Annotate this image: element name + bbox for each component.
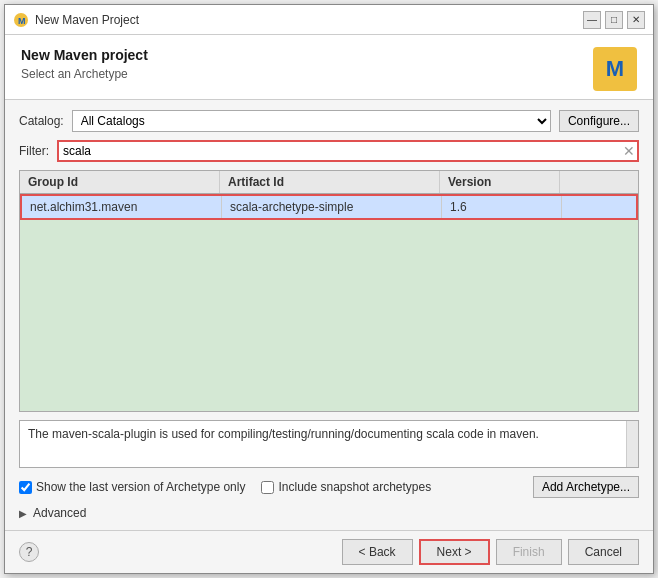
advanced-arrow-icon: ▶ (19, 508, 27, 519)
clear-filter-icon[interactable]: ✕ (623, 144, 635, 158)
last-version-option[interactable]: Show the last version of Archetype only (19, 480, 245, 494)
table-body: net.alchim31.maven scala-archetype-simpl… (20, 194, 638, 411)
snapshot-checkbox[interactable] (261, 481, 274, 494)
cell-version: 1.6 (442, 196, 562, 218)
dialog-title: New Maven project (21, 47, 148, 63)
minimize-button[interactable]: — (583, 11, 601, 29)
title-bar: M New Maven Project — □ ✕ (5, 5, 653, 35)
footer: ? < Back Next > Finish Cancel (5, 530, 653, 573)
col-group-id: Group Id (20, 171, 220, 193)
last-version-checkbox[interactable] (19, 481, 32, 494)
back-button[interactable]: < Back (342, 539, 413, 565)
help-button[interactable]: ? (19, 542, 39, 562)
maximize-button[interactable]: □ (605, 11, 623, 29)
svg-text:M: M (18, 16, 26, 26)
col-version: Version (440, 171, 560, 193)
main-window: M New Maven Project — □ ✕ New Maven proj… (4, 4, 654, 574)
catalog-row: Catalog: All Catalogs Configure... (19, 110, 639, 132)
dialog-subtitle: Select an Archetype (21, 67, 148, 81)
maven-logo: M (593, 47, 637, 91)
close-button[interactable]: ✕ (627, 11, 645, 29)
add-archetype-button[interactable]: Add Archetype... (533, 476, 639, 498)
cell-group-id: net.alchim31.maven (22, 196, 222, 218)
snapshot-label[interactable]: Include snapshot archetypes (278, 480, 431, 494)
filter-label: Filter: (19, 144, 49, 158)
col-artifact-id: Artifact Id (220, 171, 440, 193)
description-box: The maven-scala-plugin is used for compi… (19, 420, 639, 468)
header-section: New Maven project Select an Archetype M (5, 35, 653, 100)
filter-input[interactable] (57, 140, 639, 162)
finish-button[interactable]: Finish (496, 539, 562, 565)
description-scrollbar (626, 421, 638, 467)
cancel-button[interactable]: Cancel (568, 539, 639, 565)
content-area: Catalog: All Catalogs Configure... Filte… (5, 100, 653, 530)
table-header: Group Id Artifact Id Version (20, 171, 638, 194)
filter-row: Filter: ✕ (19, 140, 639, 162)
advanced-row[interactable]: ▶ Advanced (19, 506, 639, 520)
archetype-table: Group Id Artifact Id Version net.alchim3… (19, 170, 639, 412)
description-text: The maven-scala-plugin is used for compi… (28, 427, 539, 441)
window-title: New Maven Project (35, 13, 139, 27)
advanced-label: Advanced (33, 506, 86, 520)
catalog-select[interactable]: All Catalogs (72, 110, 551, 132)
options-row: Show the last version of Archetype only … (19, 476, 639, 498)
snapshot-option[interactable]: Include snapshot archetypes (261, 480, 431, 494)
configure-button[interactable]: Configure... (559, 110, 639, 132)
cell-artifact-id: scala-archetype-simple (222, 196, 442, 218)
window-icon: M (13, 12, 29, 28)
table-row[interactable]: net.alchim31.maven scala-archetype-simpl… (20, 194, 638, 220)
catalog-label: Catalog: (19, 114, 64, 128)
next-button[interactable]: Next > (419, 539, 490, 565)
last-version-label[interactable]: Show the last version of Archetype only (36, 480, 245, 494)
